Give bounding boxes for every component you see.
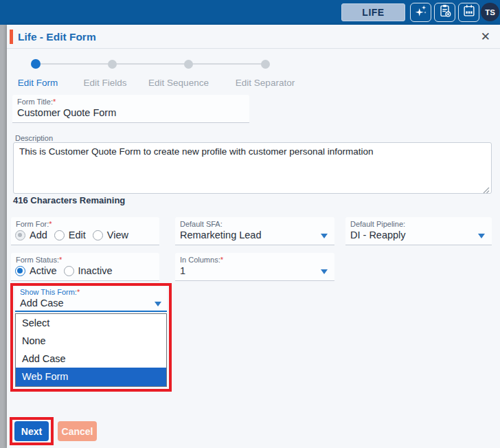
form-for-radio-group: Add Edit View	[15, 229, 131, 240]
in-columns-value: 1	[180, 265, 185, 276]
required-asterisk: *	[77, 288, 80, 296]
required-asterisk: *	[220, 256, 223, 264]
dropdown-caret-icon	[478, 234, 485, 238]
annotation-box-next: Next	[10, 417, 54, 445]
form-status-field: Form Status:* Active Inactive	[11, 253, 159, 281]
dropdown-option-web-form[interactable]: Web Form	[16, 368, 166, 386]
default-sfa-value: Remarketing Lead	[180, 229, 262, 240]
show-this-form-dropdown-list: Select None Add Case Web Form	[15, 313, 167, 387]
radio-inactive-label[interactable]: Inactive	[78, 265, 113, 276]
radio-inactive[interactable]	[64, 266, 74, 276]
top-navbar: LIFE	[0, 0, 500, 25]
step-label-edit-sequence[interactable]: Edit Sequence	[148, 78, 209, 88]
required-asterisk: *	[59, 256, 62, 264]
default-sfa-label: Default SFA:	[180, 220, 223, 228]
required-asterisk: *	[49, 220, 52, 228]
radio-view-label[interactable]: View	[107, 229, 128, 240]
resize-handle-icon[interactable]	[483, 185, 490, 192]
radio-add-label[interactable]: Add	[30, 229, 47, 240]
stepper-line	[36, 63, 265, 65]
step-label-edit-separator[interactable]: Edit Separator	[236, 78, 295, 88]
in-columns-label: In Columns:*	[180, 256, 223, 264]
next-button[interactable]: Next	[14, 421, 49, 441]
sparkles-button[interactable]	[410, 3, 431, 22]
radio-edit[interactable]	[54, 230, 65, 240]
description-text: This is Customer Quote Form to create ne…	[19, 146, 373, 157]
default-sfa-select[interactable]: Default SFA: Remarketing Lead	[175, 217, 334, 245]
form-for-field: Form For:* Add Edit View	[11, 217, 159, 245]
show-this-form-label: Show This Form:*	[20, 288, 80, 296]
step-dot-edit-fields[interactable]	[108, 60, 117, 69]
form-for-label: Form For:*	[16, 220, 52, 228]
characters-remaining-text: 416 Characters Remaining	[13, 195, 125, 205]
calendar-icon	[462, 3, 477, 21]
annotation-box-dropdown: Show This Form:* Add Case Select None Ad…	[10, 283, 172, 392]
avatar-initials: TS	[485, 8, 495, 16]
calendar-button[interactable]	[458, 3, 479, 22]
user-avatar[interactable]: TS	[481, 3, 499, 21]
life-module-label: LIFE	[362, 7, 384, 18]
dialog-title: Life - Edit Form	[18, 25, 96, 49]
step-label-edit-form[interactable]: Edit Form	[18, 78, 58, 88]
step-dot-edit-separator[interactable]	[261, 60, 270, 69]
dropdown-option-none[interactable]: None	[16, 332, 166, 350]
radio-view[interactable]	[93, 230, 103, 240]
dialog-header: Life - Edit Form ✕	[7, 25, 500, 49]
page-background-strip	[0, 25, 7, 448]
form-title-value: Customer Quote Form	[17, 107, 116, 118]
radio-active-label[interactable]: Active	[30, 265, 57, 276]
sparkles-icon	[413, 3, 429, 21]
default-pipeline-value: DI - Reapply	[350, 229, 406, 240]
show-this-form-value: Add Case	[20, 298, 64, 309]
clipboard-add-icon	[438, 3, 453, 21]
dropdown-option-add-case[interactable]: Add Case	[16, 350, 166, 368]
edit-form-dialog: Life - Edit Form ✕ Edit Form Edit Fields…	[7, 25, 500, 448]
dropdown-option-select[interactable]: Select	[16, 314, 166, 332]
dropdown-caret-icon	[321, 234, 328, 238]
radio-edit-label[interactable]: Edit	[69, 229, 86, 240]
dropdown-caret-icon	[321, 269, 328, 274]
life-module-button[interactable]: LIFE	[341, 3, 405, 21]
show-this-form-select[interactable]: Show This Form:* Add Case	[15, 287, 167, 312]
step-dot-edit-form[interactable]	[31, 59, 41, 69]
form-status-label: Form Status:*	[16, 256, 62, 264]
close-icon[interactable]: ✕	[478, 28, 493, 45]
default-pipeline-label: Default Pipeline:	[350, 220, 405, 228]
form-title-field[interactable]: Form Title:* Customer Quote Form	[12, 95, 249, 123]
title-accent-bar	[10, 30, 13, 44]
step-dot-edit-sequence[interactable]	[184, 60, 193, 69]
radio-add[interactable]	[15, 230, 25, 240]
in-columns-select[interactable]: In Columns:* 1	[175, 253, 334, 281]
description-label: Description	[15, 134, 53, 142]
form-status-radio-group: Active Inactive	[15, 265, 115, 276]
radio-active[interactable]	[15, 266, 25, 276]
required-asterisk: *	[53, 98, 56, 106]
description-textarea[interactable]: This is Customer Quote Form to create ne…	[13, 142, 492, 194]
default-pipeline-select[interactable]: Default Pipeline: DI - Reapply	[345, 217, 492, 245]
cancel-button[interactable]: Cancel	[58, 421, 97, 441]
dropdown-caret-icon	[155, 302, 161, 306]
step-label-edit-fields[interactable]: Edit Fields	[83, 78, 126, 88]
add-record-button[interactable]	[434, 3, 455, 22]
form-title-label: Form Title:*	[17, 98, 56, 106]
